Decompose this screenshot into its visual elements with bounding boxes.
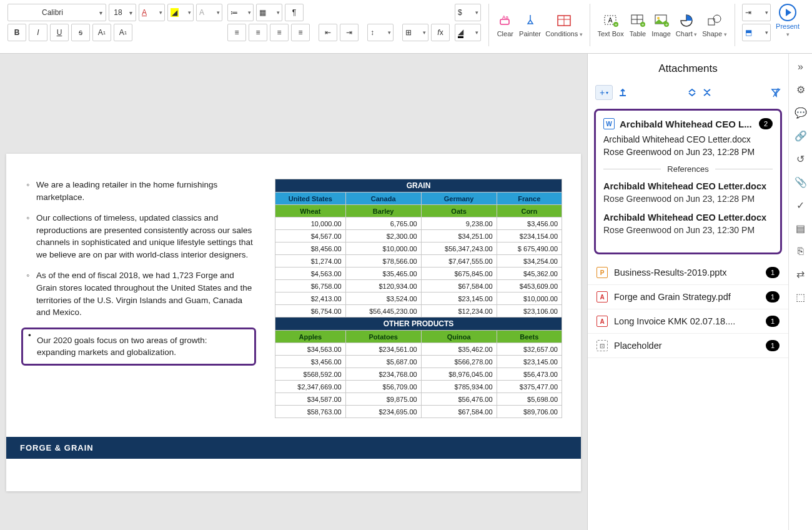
- font-color-button[interactable]: A: [139, 4, 165, 21]
- underline-button[interactable]: U: [50, 24, 69, 41]
- strikethrough-button[interactable]: ꜱ: [71, 24, 90, 41]
- highlight-color-button[interactable]: ◢: [167, 4, 194, 21]
- grain-table[interactable]: GRAIN United States Canada Germany Franc…: [275, 179, 562, 418]
- settings-icon[interactable]: ⚙: [796, 84, 805, 96]
- vertical-align-button[interactable]: ⬒: [742, 24, 771, 41]
- attachment-row[interactable]: PBusiness-Results-2019.pptx1: [588, 261, 788, 285]
- indent-format-button[interactable]: ⇥: [742, 4, 771, 21]
- brush-icon: [522, 12, 538, 29]
- pilcrow-button[interactable]: ¶: [285, 4, 304, 21]
- table-row[interactable]: $34,587.00$9,875.00$56,476.00$5,698.00: [275, 393, 562, 406]
- table-row[interactable]: $2,413.00$3,524.00$23,145.00$10,000.00: [275, 292, 562, 305]
- separator: [488, 4, 489, 46]
- clear-button[interactable]: Aa Clear: [497, 4, 515, 46]
- outdent-button[interactable]: ⇤: [319, 24, 337, 41]
- table-row[interactable]: $58,763.00$234,695.00$67,584.00$89,706.0…: [275, 406, 562, 418]
- filter-icon[interactable]: [771, 88, 781, 98]
- image-button[interactable]: + Image: [651, 4, 671, 46]
- superscript-button[interactable]: A1: [92, 24, 111, 41]
- number-format-button[interactable]: $: [455, 4, 481, 21]
- shape-button[interactable]: Shape: [702, 4, 726, 46]
- export-icon[interactable]: ⎘: [798, 246, 804, 257]
- table-row[interactable]: $4,567.00$2,300.00$34,251.00$234,154.00: [275, 230, 562, 242]
- attachment-card-expanded[interactable]: W Archibald Whitehead CEO L... 2 Archiba…: [594, 109, 782, 254]
- table-button[interactable]: + Table: [629, 4, 647, 46]
- count-badge: 1: [766, 267, 780, 278]
- svg-text:+: +: [641, 22, 645, 28]
- italic-button[interactable]: I: [29, 24, 47, 41]
- attachment-row[interactable]: ALong Invoice KMK 02.07.18....1: [588, 309, 788, 334]
- table-row[interactable]: $6,754.00$56,445,230.00$12,234.00$23,106…: [275, 305, 562, 318]
- separator: [735, 4, 735, 46]
- cube-icon[interactable]: ⬚: [796, 291, 805, 303]
- attachments-icon[interactable]: 📎: [795, 176, 807, 188]
- list-item[interactable]: Our collections of timeless, updated cla…: [25, 212, 256, 261]
- upload-icon[interactable]: [618, 88, 628, 98]
- table-row[interactable]: $1,274.00$78,566.00$7,647,555.00$34,254.…: [275, 255, 562, 268]
- font-family-select[interactable]: Calibri: [7, 4, 106, 21]
- border-button[interactable]: ▦: [256, 4, 282, 21]
- link-icon[interactable]: 🔗: [795, 130, 807, 142]
- svg-point-15: [657, 17, 660, 19]
- indent-button[interactable]: ⇥: [340, 24, 359, 41]
- expand-rail-icon[interactable]: »: [798, 61, 803, 72]
- svg-rect-0: [500, 19, 509, 24]
- svg-text:+: +: [614, 22, 617, 28]
- panel-toolbar: +: [588, 81, 788, 106]
- attachment-row[interactable]: AForge and Grain Strategy.pdf1: [588, 285, 788, 309]
- chart-icon: [678, 12, 695, 29]
- present-button[interactable]: Present ▾: [776, 4, 800, 38]
- table-row[interactable]: $6,758.00$120,934.00$67,584.00$453,609.0…: [275, 280, 562, 292]
- table-icon: +: [630, 12, 646, 29]
- table-row[interactable]: $2,347,669.00$56,709.00$785,934.00$375,4…: [275, 381, 562, 393]
- fill-color-button[interactable]: ◢: [455, 24, 481, 41]
- reference-item[interactable]: Archibald Whitehead CEO Letter.docxRose …: [603, 212, 773, 235]
- file-icon: P: [597, 267, 608, 278]
- table-row[interactable]: $34,563.00$234,561.00$35,462.00$32,657.0…: [275, 343, 562, 356]
- table-row[interactable]: $568,592.00$234,768.00$8,976,045.00$56,4…: [275, 368, 562, 381]
- history-icon[interactable]: ↺: [796, 153, 805, 165]
- right-rail: » ⚙ 💬 🔗 ↺ 📎 ✓ ▤ ⎘ ⇄ ⬚: [788, 54, 812, 530]
- word-file-icon: W: [603, 118, 615, 129]
- table-row[interactable]: 10,000.006,765.009,238.00$3,456.00: [275, 218, 562, 230]
- comments-icon[interactable]: 💬: [795, 107, 807, 119]
- attachment-filename: Business-Results-2019.pptx: [614, 268, 760, 278]
- play-icon: [779, 4, 796, 21]
- line-spacing-button[interactable]: ↕: [367, 24, 394, 41]
- painter-button[interactable]: Painter: [519, 4, 541, 46]
- svg-text:A: A: [608, 17, 612, 24]
- expand-icon[interactable]: [688, 88, 696, 97]
- chat-icon[interactable]: ▤: [796, 222, 805, 234]
- font-size-select[interactable]: 18: [109, 4, 136, 21]
- bold-button[interactable]: B: [7, 24, 26, 41]
- add-attachment-button[interactable]: +: [595, 85, 613, 100]
- list-item-highlighted[interactable]: Our 2020 goals focus on two areas of gro…: [21, 328, 256, 366]
- clear-format-button[interactable]: A: [196, 4, 222, 21]
- function-button[interactable]: fx: [431, 24, 450, 41]
- align-left-button[interactable]: ≡: [227, 24, 246, 41]
- list-item[interactable]: We are a leading retailer in the home fu…: [25, 179, 256, 203]
- bullet-list-button[interactable]: ≔: [227, 4, 254, 21]
- table-row[interactable]: $3,456.00$5,687.00$566,278.00$23,145.00: [275, 356, 562, 368]
- file-icon: A: [597, 316, 608, 327]
- table-row[interactable]: $8,456.00$10,000.00$56,347,243.00$ 675,4…: [275, 242, 562, 255]
- table-row[interactable]: $4,563.00$35,465.00$675,845.00$45,362.00: [275, 268, 562, 280]
- subscript-button[interactable]: A1: [114, 24, 132, 41]
- conditions-icon: [556, 12, 572, 29]
- merge-cells-button[interactable]: ⊞: [402, 24, 428, 41]
- textbox-button[interactable]: A+ Text Box: [597, 4, 623, 46]
- align-right-button[interactable]: ≡: [270, 24, 289, 41]
- chart-button[interactable]: Chart: [676, 4, 697, 46]
- attachment-row[interactable]: ⊡Placeholder1: [588, 334, 788, 358]
- check-icon[interactable]: ✓: [796, 199, 805, 211]
- list-item[interactable]: As of the end of fiscal 2018, we had 1,7…: [25, 269, 256, 318]
- reference-item[interactable]: Archibald Whitehead CEO Letter.docxRose …: [603, 181, 773, 204]
- align-center-button[interactable]: ≡: [249, 24, 267, 41]
- translate-icon[interactable]: ⇄: [796, 268, 805, 280]
- collapse-icon[interactable]: [703, 88, 711, 97]
- table-row: Wheat Barley Oats Corn: [275, 205, 562, 218]
- table-header: OTHER PRODUCTS: [275, 318, 562, 331]
- conditions-button[interactable]: Conditions: [546, 4, 582, 46]
- align-justify-button[interactable]: ≡: [291, 24, 310, 41]
- document-canvas[interactable]: We are a leading retailer in the home fu…: [0, 54, 587, 530]
